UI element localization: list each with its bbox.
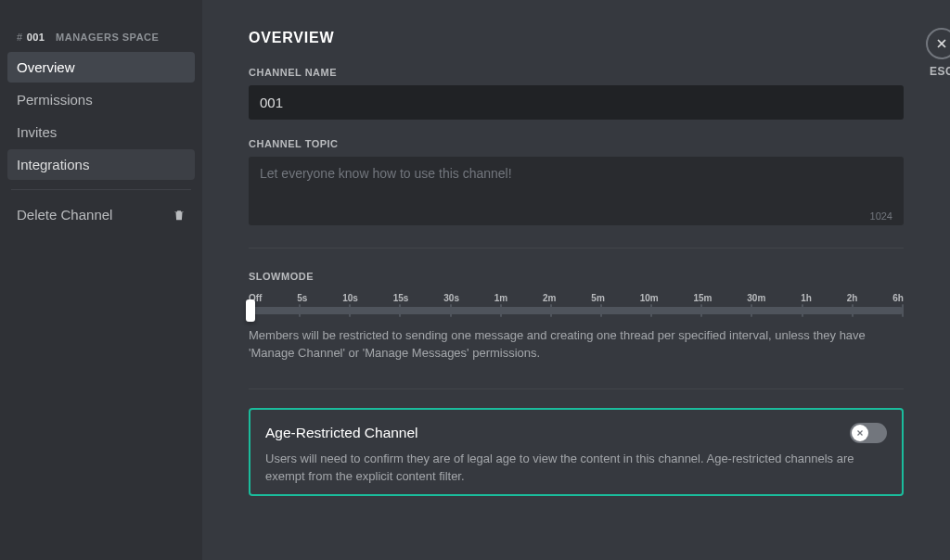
- slowmode-track[interactable]: [249, 307, 904, 314]
- slow-tick-label: 15m: [693, 293, 712, 303]
- close-button[interactable]: [926, 28, 950, 59]
- slowmode-label: SLOWMODE: [249, 271, 904, 282]
- slow-tick: [600, 304, 602, 317]
- age-restricted-desc: Users will need to confirm they are of l…: [265, 451, 887, 486]
- slow-tick: [751, 304, 752, 317]
- slow-tick-label: 15s: [393, 293, 409, 303]
- server-name: MANAGERS SPACE: [56, 32, 159, 43]
- close-icon: [934, 36, 949, 51]
- slow-tick: [399, 304, 401, 317]
- sidebar-item-invites[interactable]: Invites: [7, 117, 195, 147]
- sidebar-item-overview[interactable]: Overview: [7, 52, 195, 83]
- slow-tick: [902, 304, 904, 317]
- hash-icon: #: [17, 32, 23, 43]
- section-divider: [249, 248, 904, 248]
- sidebar-item-permissions[interactable]: Permissions: [7, 84, 195, 115]
- channel-name-input[interactable]: [249, 85, 904, 120]
- slow-tick-label: 2h: [847, 293, 858, 303]
- close-icon: [855, 428, 865, 438]
- channel-topic-label: CHANNEL TOPIC: [249, 138, 904, 149]
- topic-char-count: 1024: [870, 210, 892, 222]
- delete-channel-button[interactable]: Delete Channel: [7, 199, 195, 230]
- slow-tick: [852, 304, 854, 317]
- trash-icon: [173, 209, 186, 222]
- slowmode-ticks: [249, 304, 904, 317]
- page-title: OVERVIEW: [249, 30, 904, 46]
- slow-tick-label: 6h: [892, 293, 904, 303]
- slowmode-slider[interactable]: Off 5s 10s 15s 30s 1m 2m 5m 10m 15m 30m …: [249, 293, 904, 314]
- slowmode-tick-labels: Off 5s 10s 15s 30s 1m 2m 5m 10m 15m 30m …: [249, 293, 904, 303]
- slow-tick-label: 10s: [342, 293, 358, 303]
- slow-tick: [650, 304, 652, 317]
- age-restricted-title: Age-Restricted Channel: [265, 425, 418, 441]
- channel-name-label: CHANNEL NAME: [249, 67, 904, 78]
- slow-tick: [550, 304, 552, 317]
- slowmode-handle[interactable]: [246, 299, 255, 322]
- sidebar-divider: [11, 189, 191, 190]
- slow-tick: [450, 304, 452, 317]
- sidebar-item-integrations[interactable]: Integrations: [7, 149, 195, 180]
- slow-tick-label: 5s: [297, 293, 307, 303]
- esc-label: ESC: [930, 65, 950, 78]
- main-content: ESC OVERVIEW CHANNEL NAME CHANNEL TOPIC …: [202, 0, 950, 560]
- slow-tick-label: 10m: [640, 293, 659, 303]
- slow-tick-label: 2m: [543, 293, 556, 303]
- slow-tick: [349, 304, 351, 317]
- slow-tick-label: 1h: [801, 293, 812, 303]
- slow-tick: [700, 304, 702, 317]
- slow-tick-label: 1m: [494, 293, 507, 303]
- age-restricted-toggle[interactable]: [850, 423, 887, 443]
- settings-sidebar: # 001 MANAGERS SPACE Overview Permission…: [0, 0, 202, 560]
- slow-tick: [802, 304, 803, 317]
- slow-tick-label: 5m: [591, 293, 604, 303]
- section-divider: [249, 388, 904, 389]
- slow-tick: [299, 304, 301, 317]
- slowmode-help: Members will be restricted to sending on…: [249, 327, 904, 363]
- toggle-knob: [852, 425, 868, 441]
- channel-topic-input[interactable]: [249, 157, 904, 225]
- delete-channel-label: Delete Channel: [17, 207, 112, 223]
- slow-tick-label: 30s: [443, 293, 459, 303]
- channel-name: 001: [27, 32, 45, 43]
- close-panel: ESC: [926, 28, 950, 78]
- slow-tick-label: 30m: [747, 293, 765, 303]
- age-restricted-box: Age-Restricted Channel Users will need t…: [249, 408, 904, 497]
- channel-header: # 001 MANAGERS SPACE: [7, 28, 195, 52]
- slow-tick: [500, 304, 502, 317]
